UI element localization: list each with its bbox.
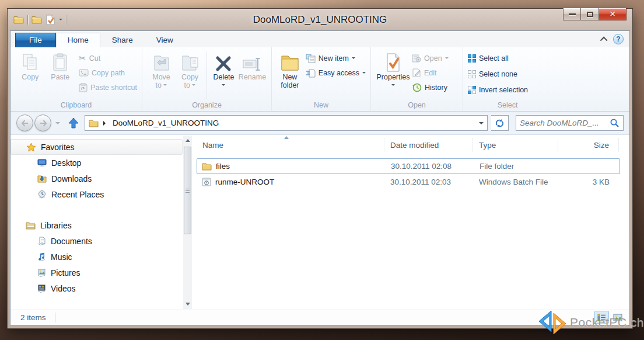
sidebar-item-favorites[interactable]: Favorites bbox=[10, 139, 183, 155]
delete-button[interactable]: Delete bbox=[209, 50, 238, 89]
copy-to-caret bbox=[192, 84, 195, 88]
tab-view[interactable]: View bbox=[145, 33, 185, 47]
sidebar-scrollbar[interactable] bbox=[183, 136, 192, 309]
sidebar-item-pictures[interactable]: Pictures bbox=[10, 265, 193, 280]
ribbon-group-select: Select all Select none Invert selection … bbox=[463, 47, 552, 111]
select-none-button[interactable]: Select none bbox=[468, 68, 528, 80]
scrollbar-thumb[interactable] bbox=[184, 147, 191, 234]
downloads-icon bbox=[37, 175, 47, 183]
search-input[interactable] bbox=[520, 119, 610, 127]
copy-to-label: Copy to bbox=[181, 73, 198, 89]
search-icon[interactable] bbox=[610, 118, 620, 128]
properties-button[interactable]: Properties bbox=[376, 50, 411, 89]
music-label: Music bbox=[51, 252, 72, 262]
tab-home[interactable]: Home bbox=[56, 33, 100, 47]
status-bar: 2 items bbox=[10, 310, 629, 325]
scrollbar-track[interactable] bbox=[183, 144, 192, 300]
column-header-size[interactable]: Size bbox=[558, 138, 619, 152]
copy-path-button[interactable]: Copy path bbox=[79, 67, 137, 79]
cut-label: Cut bbox=[89, 54, 100, 63]
sidebar-item-desktop[interactable]: Desktop bbox=[10, 155, 193, 171]
copy-button[interactable]: Copy bbox=[15, 50, 46, 81]
downloads-label: Downloads bbox=[51, 174, 92, 183]
new-item-button[interactable]: New item bbox=[306, 52, 366, 64]
refresh-button[interactable] bbox=[491, 115, 509, 131]
move-to-caret bbox=[163, 84, 167, 88]
history-button[interactable]: History bbox=[412, 81, 449, 93]
file-type: File folder bbox=[474, 162, 559, 171]
invert-selection-button[interactable]: Invert selection bbox=[468, 84, 528, 96]
search-box[interactable] bbox=[516, 115, 624, 131]
client-area: File Home Share View ? Copy bbox=[10, 30, 630, 325]
invert-selection-icon bbox=[468, 86, 476, 94]
breadcrumb-bar[interactable]: DooMLoRD_v1_UNROOTING bbox=[85, 115, 488, 131]
select-all-button[interactable]: Select all bbox=[468, 52, 528, 64]
recent-locations-icon[interactable] bbox=[55, 122, 60, 127]
copy-to-button[interactable]: Copy to bbox=[176, 50, 204, 89]
ribbon-group-organize: Move to Copy to bbox=[142, 47, 272, 111]
breadcrumb-path[interactable]: DooMLoRD_v1_UNROOTING bbox=[113, 119, 219, 127]
rename-label: Rename bbox=[239, 73, 266, 81]
minimize-ribbon-icon[interactable] bbox=[600, 36, 608, 44]
explorer-window: DooMLoRD_v1_UNROOTING ✕ File Home Share … bbox=[7, 8, 633, 329]
easy-access-button[interactable]: Easy access bbox=[306, 67, 366, 79]
up-button[interactable] bbox=[66, 116, 81, 131]
scroll-down-icon[interactable] bbox=[183, 300, 192, 309]
desktop-label: Desktop bbox=[51, 158, 81, 168]
breadcrumb-chevron-icon[interactable] bbox=[103, 121, 108, 126]
ribbon-group-clipboard: Copy Paste ✂ Cut bbox=[10, 47, 142, 111]
window-title: DooMLoRD_v1_UNROOTING bbox=[8, 14, 632, 26]
sidebar-item-libraries[interactable]: Libraries bbox=[10, 217, 193, 233]
sidebar-item-recent-places[interactable]: Recent Places bbox=[10, 186, 193, 202]
quick-access-toolbar bbox=[13, 15, 66, 25]
new-folder-icon bbox=[280, 51, 300, 73]
minimize-button[interactable] bbox=[563, 8, 581, 20]
paste-shortcut-icon bbox=[79, 83, 88, 92]
file-row-files[interactable]: files 30.10.2011 02:08 File folder bbox=[197, 158, 620, 174]
close-button[interactable]: ✕ bbox=[599, 8, 626, 20]
column-header-date-modified[interactable]: Date modified bbox=[384, 138, 473, 152]
tab-share[interactable]: Share bbox=[100, 33, 145, 47]
scroll-up-icon[interactable] bbox=[183, 136, 192, 144]
new-item-caret bbox=[352, 57, 355, 61]
edit-label: Edit bbox=[424, 69, 437, 77]
edit-button[interactable]: Edit bbox=[412, 67, 449, 79]
back-button[interactable] bbox=[16, 115, 33, 131]
help-icon[interactable]: ? bbox=[613, 34, 624, 44]
minimize-icon bbox=[569, 13, 576, 15]
address-dropdown-icon[interactable] bbox=[479, 122, 484, 127]
documents-icon bbox=[37, 237, 46, 245]
column-header-name[interactable]: Name bbox=[197, 138, 384, 152]
rename-button[interactable]: Rename bbox=[238, 50, 267, 81]
paste-shortcut-button[interactable]: Paste shortcut bbox=[79, 81, 137, 93]
batch-file-icon bbox=[202, 178, 211, 186]
favorites-label: Favorites bbox=[41, 143, 75, 152]
back-icon bbox=[21, 120, 29, 127]
sidebar-item-downloads[interactable]: Downloads bbox=[10, 171, 193, 186]
forward-icon bbox=[39, 120, 47, 127]
desktop-icon bbox=[37, 159, 47, 167]
forward-button[interactable] bbox=[34, 115, 51, 131]
column-header-type[interactable]: Type bbox=[473, 138, 558, 152]
file-row-runme-unroot[interactable]: runme-UNROOT 30.10.2011 02:03 Windows Ba… bbox=[197, 174, 620, 190]
open-icon bbox=[412, 54, 421, 63]
select-all-icon bbox=[468, 54, 476, 63]
recent-places-icon bbox=[37, 190, 47, 199]
cut-button[interactable]: ✂ Cut bbox=[79, 52, 137, 64]
music-icon bbox=[37, 252, 46, 261]
sidebar-item-music[interactable]: Music bbox=[10, 249, 193, 265]
maximize-button[interactable] bbox=[581, 8, 599, 20]
qat-folder-icon[interactable] bbox=[32, 15, 42, 24]
ribbon: Copy Paste ✂ Cut bbox=[10, 47, 629, 112]
move-to-button[interactable]: Move to bbox=[147, 50, 176, 89]
qat-properties-icon[interactable] bbox=[46, 15, 55, 25]
sidebar-item-videos[interactable]: Videos bbox=[10, 280, 193, 296]
qat-dropdown-icon[interactable] bbox=[59, 19, 62, 22]
paste-button[interactable]: Paste bbox=[46, 50, 76, 81]
videos-label: Videos bbox=[51, 284, 76, 293]
new-folder-button[interactable]: Newfolder bbox=[276, 50, 303, 89]
tab-file[interactable]: File bbox=[15, 33, 56, 47]
easy-access-icon bbox=[306, 68, 316, 78]
open-button[interactable]: Open bbox=[412, 52, 449, 64]
sidebar-item-documents[interactable]: Documents bbox=[10, 233, 193, 249]
